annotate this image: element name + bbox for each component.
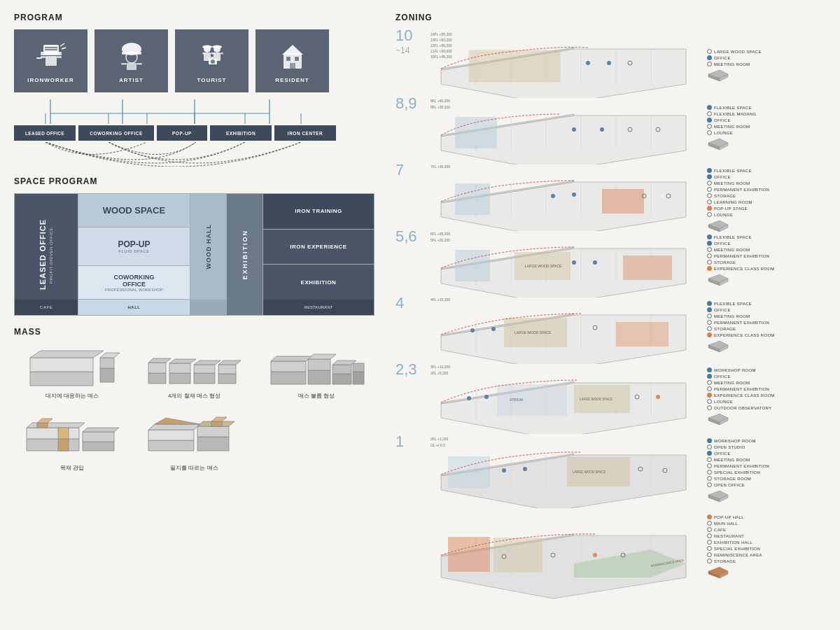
wood-hall-bottom	[190, 300, 226, 315]
connector-lines-top	[14, 99, 336, 124]
svg-marker-81	[58, 439, 69, 451]
hall-box: HALL	[78, 300, 190, 315]
artist-label: ARTIST	[119, 77, 144, 83]
svg-marker-67	[271, 356, 312, 361]
svg-marker-91	[197, 426, 229, 437]
rl-label-7: 7FL +30,200	[430, 164, 450, 169]
floor-b-svg: REMINISCENCE AREA	[434, 507, 700, 609]
floor-2-3-svg: ATRIUM LARGE WOOD SPACE	[434, 360, 700, 434]
mass-label-4: 목재 관입	[60, 464, 84, 472]
svg-marker-66	[271, 361, 306, 372]
tourist-box: TOURIST	[175, 29, 248, 92]
svg-rect-134	[455, 183, 490, 215]
svg-point-136	[572, 192, 576, 197]
floor-2-3: 2,3 ATRIUM	[396, 360, 775, 437]
iron-experience-label: IRON EXPERIENCE	[290, 244, 346, 250]
mass-shape-3	[267, 344, 365, 389]
floor-5-6-diagram: LARGE WOOD SPACE 6FL +25,200 5FL +20,200	[434, 227, 700, 300]
svg-marker-64	[218, 360, 241, 365]
svg-point-120	[600, 127, 604, 132]
legend-large-wood: LARGE WOOD SPACE	[707, 49, 762, 54]
svg-rect-151	[455, 250, 490, 281]
program-icons-row: IRONWORKER ARTIST	[14, 29, 374, 92]
zoning-title: ZONING	[396, 13, 833, 22]
svg-point-208	[523, 467, 527, 471]
exhibition-label: EXHIBITION	[241, 230, 248, 280]
svg-point-190	[484, 395, 489, 399]
svg-rect-8	[57, 56, 62, 58]
svg-marker-30	[282, 45, 303, 55]
space-program-section: SPACE PROGRAM LEASED OFFICE PROFIT-DRIVE…	[14, 176, 374, 316]
legend-10-14: LARGE WOOD SPACE OFFICE MEETING ROOM	[707, 49, 762, 81]
svg-point-172	[491, 327, 496, 331]
resident-box: RESIDENT	[255, 29, 329, 92]
floor-1: 1	[396, 433, 769, 511]
artist-box: ARTIST	[94, 29, 168, 92]
svg-marker-51	[100, 358, 114, 368]
svg-point-155	[572, 260, 576, 265]
svg-marker-84	[83, 432, 114, 442]
svg-point-35	[295, 57, 298, 60]
leased-office-col: LEASED OFFICE PROFIT-DRIVEN OFFICE CAFE	[15, 194, 78, 315]
floor-8-9: 8,9	[396, 94, 757, 167]
mass-section: MASS 대지에 대응하는 매스	[14, 327, 374, 472]
svg-marker-82	[58, 428, 69, 439]
svg-marker-47	[30, 372, 93, 386]
floor-thumbnail-5-6	[707, 273, 775, 288]
svg-marker-50	[100, 368, 114, 382]
svg-marker-72	[332, 365, 351, 374]
svg-point-17	[202, 45, 212, 48]
wood-space-box: WOOD SPACE	[78, 194, 190, 227]
svg-rect-170	[616, 322, 668, 346]
svg-marker-86	[148, 440, 194, 451]
legend-5-6: FLEXIBLE SPACE OFFICE MEETING ROOM PERMA…	[707, 234, 775, 288]
svg-marker-88	[148, 424, 200, 430]
svg-marker-54	[148, 363, 166, 373]
legend-7: FLEXIBLE SPACE OFFICE MEETING ROOM PERMA…	[707, 168, 769, 234]
svg-rect-15	[136, 63, 142, 65]
left-panel: PROGRAM	[0, 0, 388, 630]
svg-line-5	[62, 48, 66, 49]
floor-5-6-svg: LARGE WOOD SPACE	[434, 227, 700, 298]
floor-thumbnail-10-14	[707, 69, 762, 81]
bar-popup: POP-UP	[157, 125, 207, 141]
svg-marker-77	[27, 428, 79, 439]
svg-point-104	[586, 61, 590, 65]
floor-number-2-3: 2,3	[396, 360, 434, 379]
iron-exhibition-label: EXHIBITION	[301, 279, 337, 286]
floor-10-14-diagram: 14FL +55,200 13FL +60,200 12FL +55,200 1…	[434, 28, 700, 101]
svg-marker-85	[83, 428, 119, 432]
svg-marker-57	[169, 363, 190, 373]
svg-rect-9	[36, 57, 42, 59]
svg-marker-90	[197, 437, 229, 451]
ironworker-label: IRONWORKER	[27, 77, 74, 83]
svg-marker-79	[37, 423, 48, 428]
svg-rect-28	[211, 57, 214, 59]
floor-1-svg: LARGE WOOD SPACE	[434, 433, 700, 508]
floor-b-diagram: REMINISCENCE AREA	[434, 507, 700, 612]
floor-thumbnail-1	[707, 489, 769, 505]
svg-marker-93	[211, 421, 222, 426]
svg-marker-69	[308, 359, 330, 370]
iron-col: IRON TRAINING IRON EXPERIENCE EXHIBITION…	[262, 194, 374, 315]
floor-number-1: 1	[396, 433, 434, 451]
space-program-title: SPACE PROGRAM	[14, 176, 374, 186]
bar-leased-office: LEASED OFFICE	[14, 125, 76, 141]
arc-lines	[14, 142, 336, 167]
mass-shape-2	[145, 344, 243, 389]
svg-point-34	[287, 57, 290, 60]
floor-thumbnail-4	[707, 340, 775, 355]
legend-1: WORKSHOP ROOM OPEN STUDIO OFFICE MEETING…	[707, 438, 769, 505]
popup-sub-label: FLUID SPACE	[118, 249, 149, 253]
leased-office-label: LEASED OFFICE	[39, 219, 47, 290]
rl-labels-10-14: 14FL +55,200 13FL +60,200 12FL +55,200 1…	[430, 31, 452, 59]
svg-marker-65	[271, 372, 306, 384]
svg-marker-76	[27, 439, 79, 451]
svg-marker-89	[155, 418, 200, 424]
floor-number-8-9: 8,9	[396, 94, 434, 113]
mass-item-3: 매스 볼륨 형성	[258, 344, 374, 400]
floor-b: REMINISCENCE AREA POP-UP HALL MAIN HALL …	[396, 507, 762, 612]
rl-labels-2-3: 3FL +10,200 2FL +5,200	[430, 364, 450, 377]
svg-rect-14	[121, 63, 127, 65]
svg-point-137	[551, 194, 555, 198]
